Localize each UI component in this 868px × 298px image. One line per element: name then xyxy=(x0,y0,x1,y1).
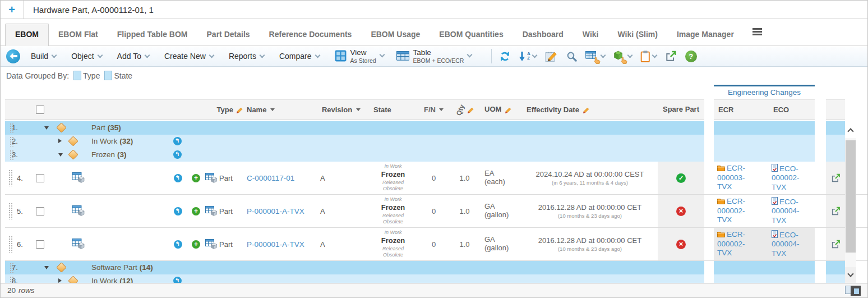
collapse-icon[interactable] xyxy=(44,266,49,269)
group-chip-state[interactable] xyxy=(104,71,112,80)
new-tab-icon[interactable]: + xyxy=(1,1,24,19)
navigate-icon[interactable]: ↰ xyxy=(174,240,182,249)
part-link[interactable]: P-000001-A-TVX xyxy=(247,207,304,216)
column-header-spare-part[interactable]: Spare Part xyxy=(658,99,704,120)
column-header-eco[interactable]: ECO xyxy=(764,99,815,120)
drag-handle[interactable] xyxy=(8,236,13,253)
clipboard-button[interactable] xyxy=(640,51,657,62)
menu-build[interactable]: Build xyxy=(31,52,56,61)
bom-structure-icon[interactable] xyxy=(72,172,85,184)
bom-structure-icon[interactable] xyxy=(72,239,85,250)
bom-structure-icon[interactable] xyxy=(72,205,85,217)
back-button[interactable] xyxy=(6,49,20,63)
edit-column-pencil-icon[interactable] xyxy=(236,106,243,113)
scroll-up-button[interactable] xyxy=(845,121,856,138)
column-header-state[interactable]: State xyxy=(368,99,418,120)
column-header-fn[interactable]: F/N xyxy=(418,99,449,120)
tab-wiki[interactable]: Wiki xyxy=(573,24,608,45)
group-row-software-part[interactable]: 7. Software Part(14) xyxy=(5,261,868,274)
tab-wiki-slim[interactable]: Wiki (Slim) xyxy=(608,24,667,45)
edit-button[interactable] xyxy=(545,51,558,62)
hand-pointer-icon xyxy=(593,57,601,64)
menu-reports[interactable]: Reports xyxy=(229,52,264,61)
column-header-type[interactable]: Type xyxy=(205,99,244,120)
vertical-scrollbar[interactable] xyxy=(845,121,856,284)
group-row-frozen[interactable]: 3. Frozen(3) ↰ xyxy=(5,148,868,162)
collapse-icon[interactable] xyxy=(44,126,49,130)
tab-flipped-table-bom[interactable]: Flipped Table BOM xyxy=(108,24,197,45)
tab-dashboard[interactable]: Dashboard xyxy=(513,24,573,45)
column-header-qty[interactable]: Qty xyxy=(449,99,480,120)
navigate-icon[interactable]: ↰ xyxy=(174,174,182,182)
tab-ebom[interactable]: EBOM xyxy=(5,24,49,46)
sort-button[interactable]: AZ xyxy=(519,52,536,61)
eco-cell: ECO-000004-TVX xyxy=(764,228,815,260)
page-title: Hardware Part, A-0000112-01, 1 xyxy=(24,5,154,15)
table-row[interactable]: 4. ↰ + Part C-0000117-01 A In Work Froze… xyxy=(5,162,868,195)
column-header-ecr[interactable]: ECR xyxy=(714,99,764,120)
navigate-icon[interactable]: ↰ xyxy=(173,150,182,159)
search-button[interactable] xyxy=(566,51,577,62)
column-header-effectivity[interactable]: Effectivity Date xyxy=(522,99,658,120)
column-header-uom[interactable]: UOM xyxy=(480,99,522,120)
group-field-type: Type xyxy=(83,71,100,80)
collapse-icon[interactable] xyxy=(58,153,63,157)
group-row-in-work[interactable]: 2. In Work(32) ↰ xyxy=(5,135,868,148)
menu-add-to[interactable]: Add To xyxy=(117,52,149,61)
column-header-revision[interactable]: Revision xyxy=(315,99,368,120)
tab-image-manager[interactable]: Image Manager xyxy=(667,24,744,45)
open-item-icon[interactable] xyxy=(831,207,841,216)
row-checkbox[interactable] xyxy=(36,240,44,249)
group-field-state: State xyxy=(114,71,132,80)
tab-part-details[interactable]: Part Details xyxy=(197,24,260,45)
row-checkbox[interactable] xyxy=(36,174,44,182)
table-actions-button[interactable] xyxy=(585,51,605,62)
scrollbar-thumb[interactable] xyxy=(846,140,856,253)
tab-ebom-flat[interactable]: EBOM Flat xyxy=(49,24,108,45)
navigate-icon[interactable]: ↰ xyxy=(174,207,182,216)
table-row[interactable]: 6. ↰ + Part P-000001-A-TVX A In Work Fro… xyxy=(5,228,868,261)
add-icon[interactable]: + xyxy=(192,207,200,216)
edit-column-pencil-icon[interactable] xyxy=(505,106,512,113)
chevron-down-icon xyxy=(259,52,265,58)
view-selector[interactable]: ViewAs Stored xyxy=(335,48,384,64)
menu-object[interactable]: Object xyxy=(71,52,101,61)
group-chip-type[interactable] xyxy=(73,71,81,80)
folder-icon xyxy=(717,231,725,237)
edit-column-pencil-icon[interactable] xyxy=(467,106,474,113)
select-all-checkbox[interactable] xyxy=(36,106,44,114)
add-icon[interactable]: + xyxy=(192,174,200,182)
menu-compare[interactable]: Compare xyxy=(279,52,320,61)
menu-create-new[interactable]: Create New xyxy=(164,52,214,61)
navigate-icon[interactable]: ↰ xyxy=(173,137,182,145)
group-row-part[interactable]: 1. Part(35) xyxy=(5,121,868,135)
open-item-icon[interactable] xyxy=(831,173,841,183)
column-header-name[interactable]: Name xyxy=(244,99,315,120)
scroll-down-button[interactable] xyxy=(845,267,856,283)
chevron-down-icon xyxy=(652,52,657,58)
expand-icon[interactable] xyxy=(58,139,62,143)
edit-column-pencil-icon[interactable] xyxy=(583,106,590,113)
table-row[interactable]: 5. ↰ + Part P-000001-A-TVX A In Work Fro… xyxy=(5,195,868,228)
drag-handle[interactable] xyxy=(8,203,13,219)
refresh-button[interactable] xyxy=(499,51,511,62)
view-grid-icon xyxy=(335,50,347,62)
add-icon[interactable]: + xyxy=(192,240,200,249)
dock-panel-icon[interactable] xyxy=(851,286,861,296)
drag-handle[interactable] xyxy=(8,169,13,186)
part-link[interactable]: P-000001-A-TVX xyxy=(247,240,304,249)
refresh-icon xyxy=(499,51,511,62)
help-button[interactable]: ? xyxy=(685,51,697,62)
row-checkbox[interactable] xyxy=(36,207,44,216)
tab-reference-documents[interactable]: Reference Documents xyxy=(260,24,362,45)
expand-icon[interactable] xyxy=(58,278,62,283)
part-link[interactable]: C-0000117-01 xyxy=(247,174,294,182)
table-selector[interactable]: TableEBOM + ECO/ECR xyxy=(396,48,472,64)
export-button[interactable] xyxy=(665,51,677,62)
open-item-icon[interactable] xyxy=(831,240,841,249)
effectivity-cell: 2016.12.28 AD at 00:00:00 CET (10 months… xyxy=(522,195,658,227)
tab-ebom-quantities[interactable]: EBOM Quantities xyxy=(430,24,513,45)
more-tabs-icon[interactable] xyxy=(752,27,762,37)
object-actions-button[interactable] xyxy=(613,51,632,62)
tab-ebom-usage[interactable]: EBOM Usage xyxy=(361,24,430,45)
